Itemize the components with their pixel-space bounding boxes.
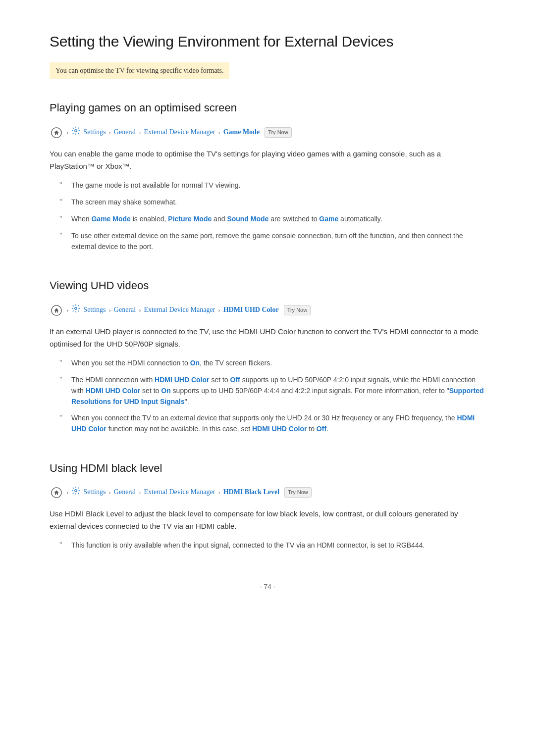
svg-point-5 [75,490,77,492]
section-playing-games: Playing games on an optimised screen › S… [50,99,485,252]
quote-mark: " [59,180,66,192]
bullet-item: " When you set the HDMI connection to On… [59,357,485,369]
section2-bullet-list: " When you set the HDMI connection to On… [59,357,485,435]
section3-body: Use HDMI Black Level to adjust the black… [50,507,485,533]
chevron-12: › [218,487,220,498]
chevron-10: › [108,487,110,498]
bullet3-text: When Game Mode is enabled, Picture Mode … [71,213,382,224]
section1-body: You can enable the game mode to optimise… [50,148,485,173]
chevron-2: › [108,127,110,138]
section3-title: Using HDMI black level [50,459,485,477]
bullet4-text: To use other external device on the same… [71,230,485,252]
chevron-8: › [218,305,220,315]
bullet-item: " When you connect the TV to an external… [59,412,485,435]
nav-general-1[interactable]: General [114,127,136,138]
bullet-item: " The screen may shake somewhat. [59,197,485,208]
home-icon [50,126,63,140]
picture-mode-link[interactable]: Picture Mode [168,215,212,223]
bullet-item: " The HDMI connection with HDMI UHD Colo… [59,374,485,407]
settings-icon-2 [71,304,80,316]
quote-mark: " [59,540,66,552]
bullet2-text: The screen may shake somewhat. [71,197,177,207]
on-link-2[interactable]: On [161,387,170,395]
chevron-9: › [66,487,68,498]
nav-settings-2[interactable]: Settings [83,304,106,315]
nav-general-2[interactable]: General [114,304,136,315]
nav-path-2: › Settings › General › External Device M… [50,303,485,317]
game-link[interactable]: Game [319,215,338,223]
s3-bullet1: This function is only available when the… [71,540,425,551]
chevron-7: › [139,305,141,315]
nav-hdmi-black-level[interactable]: HDMI Black Level [223,487,280,498]
quote-mark: " [59,412,66,424]
nav-general-3[interactable]: General [114,487,136,498]
home-icon-3 [50,486,63,500]
off-link-2[interactable]: Off [317,425,326,433]
nav-external-device-manager-3[interactable]: External Device Manager [144,487,215,498]
nav-external-device-manager-1[interactable]: External Device Manager [144,127,215,138]
sound-mode-link[interactable]: Sound Mode [227,215,268,223]
section2-title: Viewing UHD videos [50,277,485,294]
hdmi-uhd-color-link-4[interactable]: HDMI UHD Color [252,425,307,433]
page-title: Setting the Viewing Environment for Exte… [50,30,485,53]
highlight-box: You can optimise the TV for viewing spec… [50,62,229,79]
chevron-1: › [66,127,68,138]
quote-mark: " [59,357,66,369]
nav-path-3: › Settings › General › External Device M… [50,486,485,500]
nav-settings-3[interactable]: Settings [83,487,106,498]
quote-mark: " [59,213,66,225]
section-hdmi-black-level: Using HDMI black level › Settings › Gene… [50,459,485,552]
section3-bullet-list: " This function is only available when t… [59,540,485,552]
bullet-item: " When Game Mode is enabled, Picture Mod… [59,213,485,225]
on-link-1[interactable]: On [190,359,200,367]
off-link-1[interactable]: Off [230,376,240,384]
chevron-4: › [218,127,220,138]
s2-bullet2: The HDMI connection with HDMI UHD Color … [71,374,485,407]
quote-mark: " [59,374,66,386]
quote-mark: " [59,230,66,242]
chevron-3: › [139,127,141,138]
s2-bullet1: When you set the HDMI connection to On, … [71,357,272,368]
chevron-6: › [108,305,110,315]
nav-settings-1[interactable]: Settings [83,127,106,138]
home-icon-2 [50,303,63,317]
section-viewing-uhd: Viewing UHD videos › Settings › General … [50,277,485,434]
settings-icon [71,126,80,139]
bullet-item: " The game mode is not available for nor… [59,180,485,192]
page-number: - 74 - [50,581,485,592]
s2-bullet3: When you connect the TV to an external d… [71,412,485,435]
svg-point-3 [75,307,77,310]
settings-icon-3 [71,486,80,499]
bullet-item: " To use other external device on the sa… [59,230,485,252]
quote-mark: " [59,197,66,208]
nav-external-device-manager-2[interactable]: External Device Manager [144,304,215,315]
nav-hdmi-uhd-color[interactable]: HDMI UHD Color [223,304,279,315]
svg-point-1 [75,130,77,132]
hdmi-uhd-color-link-2[interactable]: HDMI UHD Color [86,387,140,395]
try-now-badge-3[interactable]: Try Now [284,487,312,498]
section1-bullet-list: " The game mode is not available for nor… [59,180,485,252]
bullet-item: " This function is only available when t… [59,540,485,552]
chevron-11: › [139,487,141,498]
nav-game-mode[interactable]: Game Mode [223,127,260,138]
bullet1-text: The game mode is not available for norma… [71,180,240,191]
section1-title: Playing games on an optimised screen [50,99,485,116]
hdmi-uhd-color-link-1[interactable]: HDMI UHD Color [155,376,209,384]
try-now-badge-2[interactable]: Try Now [284,305,311,316]
nav-path-1: › Settings › General › External Device M… [50,126,485,140]
try-now-badge-1[interactable]: Try Now [265,127,292,138]
section2-body: If an external UHD player is connected t… [50,325,485,351]
chevron-5: › [66,305,68,315]
game-mode-link-1[interactable]: Game Mode [91,215,130,223]
